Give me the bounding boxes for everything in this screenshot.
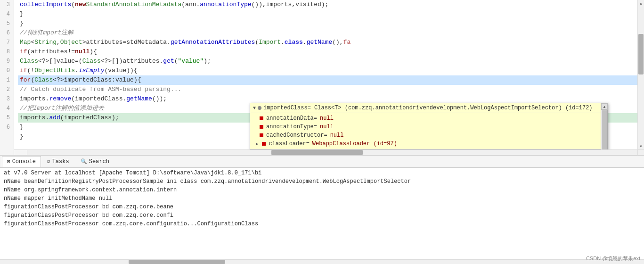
field-name: classLoader= — [269, 140, 309, 147]
field-icon — [262, 142, 266, 146]
field-value: WebappClassLoader (id=97) — [312, 140, 397, 147]
console-tab-tasks[interactable]: ☑Tasks — [42, 156, 74, 167]
code-editor: 34567890123456 collectImports(new Standa… — [0, 0, 644, 156]
h-scroll-corner — [637, 150, 644, 155]
scroll-up-arrow[interactable]: ▲ — [638, 0, 644, 7]
field-value: null — [330, 132, 344, 139]
scroll-thumb[interactable] — [638, 34, 644, 75]
main-container: 34567890123456 collectImports(new Standa… — [0, 0, 644, 264]
console-h-scrollbar[interactable] — [0, 259, 644, 264]
line-number-5: 7 — [4, 38, 10, 47]
debug-item-2[interactable]: cachedConstructor= null — [250, 131, 607, 140]
field-icon — [260, 116, 263, 120]
console-line-2: nName org.springframework.context.annota… — [4, 186, 640, 194]
tab-icon-tasks: ☑ — [47, 158, 50, 165]
debug-item-1[interactable]: annotationType= null — [250, 123, 607, 131]
line-number-2: 4 — [4, 9, 10, 19]
code-lines-container: 34567890123456 collectImports(new Standa… — [0, 0, 644, 155]
code-line-8: for (Class<?> importedClass : value) { — [18, 75, 637, 85]
code-line-6: Class<?>[] value = (Class<?>[]) attribut… — [18, 57, 637, 66]
h-scroll-track[interactable] — [27, 150, 637, 155]
field-name: annotationType= — [266, 124, 317, 130]
console-line-0: at v7.0 Server at localhost [Apache Tomc… — [4, 169, 640, 177]
horizontal-scrollbar-row — [14, 149, 644, 155]
line-number-14: 6 — [4, 123, 10, 132]
vertical-scrollbar[interactable]: ▲ ▼ — [637, 0, 644, 149]
code-line-5: if (attributes != null) { — [18, 47, 637, 57]
code-line-1: } — [18, 9, 637, 19]
console-tab-console[interactable]: ⊡Console — [2, 156, 41, 167]
line-number-13: 5 — [4, 113, 10, 123]
console-scroll-thumb[interactable] — [129, 260, 225, 264]
scroll-down-arrow[interactable]: ▼ — [638, 143, 644, 149]
debug-item-3[interactable]: ▶classLoader= WebappClassLoader (id=97) — [250, 140, 607, 148]
field-icon — [260, 125, 263, 129]
line-number-11: 3 — [4, 94, 10, 104]
h-scroll-spacer — [14, 150, 27, 155]
variable-dot-icon — [258, 106, 261, 110]
line-numbers: 34567890123456 — [0, 0, 14, 155]
popup-scroll-up[interactable]: ▲ — [601, 103, 608, 110]
line-number-1: 3 — [4, 0, 10, 9]
line-number-8: 0 — [4, 66, 10, 75]
tab-icon-search: 🔍 — [81, 158, 87, 165]
tab-label-search: Search — [89, 158, 109, 165]
console-content: at v7.0 Server at localhost [Apache Tomc… — [0, 168, 644, 259]
code-line-3: //得到Import注解 — [18, 28, 637, 38]
scroll-thumb-area — [638, 7, 644, 143]
console-line-5: figurationClassPostProcessor bd com.zzq.… — [4, 211, 640, 220]
line-number-12: 4 — [4, 104, 10, 113]
class-status-bar: class com.zzq.annotationdrivendevelopmen… — [250, 149, 607, 149]
tab-icon-console: ⊡ — [7, 158, 10, 165]
h-scroll-thumb[interactable] — [271, 150, 363, 155]
console-tab-search[interactable]: 🔍Search — [75, 156, 114, 167]
code-line-4: Map<String, Object> attributes = stdMeta… — [18, 38, 637, 47]
console-area: ⊡Console☑Tasks🔍Search at v7.0 Server at … — [0, 156, 644, 264]
debug-popup: ▼ importedClass= Class<T> (com.zzq.annot… — [250, 103, 608, 149]
tab-label-console: Console — [12, 158, 36, 165]
expand-triangle[interactable]: ▶ — [256, 141, 258, 147]
code-line-2: } — [18, 19, 637, 28]
field-value: null — [320, 115, 334, 122]
debug-popup-items: annotationData= nullannotationType= null… — [250, 113, 607, 149]
field-icon — [260, 133, 263, 137]
field-name: annotationData= — [266, 115, 317, 122]
console-line-3: nName mapper initMethodName null — [4, 194, 640, 203]
expand-icon[interactable]: ▼ — [253, 106, 256, 111]
field-name: cachedConstructor= — [266, 132, 327, 139]
console-line-4: figurationClassPostProcessor bd com.zzq.… — [4, 203, 640, 211]
line-number-4: 6 — [4, 28, 10, 38]
console-line-1: nName beanDefinitionRegistryPostProcesso… — [4, 177, 640, 186]
line-number-7: 9 — [4, 57, 10, 66]
code-right-panel: collectImports(new StandardAnnotationMet… — [14, 0, 644, 155]
code-line-9: // Catch duplicate from ASM-based parsin… — [18, 85, 637, 94]
popup-scroll-thumb[interactable] — [602, 110, 607, 149]
debug-header-text: importedClass= Class<T> (com.zzq.annotat… — [263, 105, 593, 111]
console-line-6: figurationClassPostProcessor com.zzq.cor… — [4, 220, 640, 228]
tab-label-tasks: Tasks — [52, 158, 69, 165]
line-number-6: 8 — [4, 47, 10, 57]
code-line-7: if (!ObjectUtils.isEmpty(value)) { — [18, 66, 637, 75]
console-tabs: ⊡Console☑Tasks🔍Search — [0, 156, 644, 168]
debug-popup-scrollbar[interactable]: ▲ ▼ — [601, 103, 607, 149]
code-line-10: imports.remove(importedClass.getName()); — [18, 94, 637, 104]
code-line-0: collectImports(new StandardAnnotationMet… — [18, 0, 637, 9]
debug-popup-header: ▼ importedClass= Class<T> (com.zzq.annot… — [250, 103, 607, 113]
field-value: null — [320, 124, 334, 130]
line-number-10: 2 — [4, 85, 10, 94]
line-number-3: 5 — [4, 19, 10, 28]
line-number-9: 1 — [4, 75, 10, 85]
debug-item-0[interactable]: annotationData= null — [250, 114, 607, 123]
